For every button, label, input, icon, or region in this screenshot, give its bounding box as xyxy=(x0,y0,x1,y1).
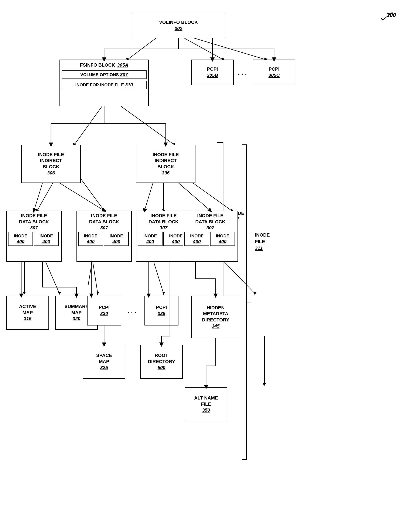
root-directory: ROOT DIRECTORY 500 xyxy=(140,345,183,379)
space-map: SPACE MAP 325 xyxy=(83,345,125,379)
datablock-2: INODE FILE DATA BLOCK 307 INODE 400 INOD… xyxy=(77,211,132,262)
svg-line-25 xyxy=(153,260,164,294)
volinfo-block: VOLINFO BLOCK 302 xyxy=(132,13,225,38)
volume-options-box: VOLUME OPTIONS 307 xyxy=(62,71,147,79)
datablock-1: INODE FILE DATA BLOCK 307 INODE 400 INOD… xyxy=(6,211,62,262)
svg-line-6 xyxy=(74,106,102,145)
svg-line-2 xyxy=(183,37,223,60)
svg-marker-32 xyxy=(381,18,384,21)
svg-marker-19 xyxy=(23,292,26,295)
svg-line-10 xyxy=(37,179,55,211)
svg-marker-21 xyxy=(58,292,61,295)
svg-line-12 xyxy=(81,179,104,211)
hidden-metadata: HIDDEN METADATA DIRECTORY 345 xyxy=(191,296,240,338)
dots-top: . . . xyxy=(238,69,247,76)
svg-line-20 xyxy=(45,260,59,294)
alt-name-file: ALT NAME FILE 350 xyxy=(185,387,227,421)
fsinfo-block: FSINFO BLOCK 305A VOLUME OPTIONS 307 INO… xyxy=(59,60,149,106)
pcpi-305b: PCPI 305B xyxy=(191,60,234,85)
inode-db1-right: INODE 400 xyxy=(34,232,59,246)
indirect-block-1: INODE FILE INDIRECT BLOCK 306 xyxy=(21,145,81,183)
pcpi-335: PCPI 335 xyxy=(145,296,179,325)
indirect-block-2: INODE FILE INDIRECT BLOCK 306 xyxy=(136,145,195,183)
fsinfo-label: FSINFO BLOCK xyxy=(80,62,115,68)
inode-for-inode-box: INODE FOR INODE FILE 310 xyxy=(62,81,147,89)
svg-marker-26 xyxy=(162,292,165,295)
pcpi-330: PCPI 330 xyxy=(87,296,121,325)
svg-line-8 xyxy=(121,106,174,145)
diagram: 300 VOLINFO BLOCK 302 FSINFO BLOCK 305A … xyxy=(0,0,420,528)
datablock-4: INODE FILE DATA BLOCK 307 INODE 400 INOD… xyxy=(183,211,238,262)
inode-db2-right: INODE 400 xyxy=(104,232,129,246)
pcpi-305c: PCPI 305C xyxy=(253,60,295,85)
svg-marker-30 xyxy=(263,383,266,386)
inode-file-label-right: INODE FILE 311 xyxy=(255,232,270,252)
svg-line-23 xyxy=(92,260,98,294)
inode-db2-left: INODE 400 xyxy=(78,232,103,246)
dots-middle: . . . xyxy=(127,307,136,315)
inode-db3-left: INODE 400 xyxy=(138,232,162,246)
svg-line-31 xyxy=(382,12,393,20)
inode-db4-right: INODE 400 xyxy=(210,232,235,246)
svg-line-4 xyxy=(191,37,266,60)
svg-marker-28 xyxy=(254,292,256,295)
svg-line-22 xyxy=(88,260,92,285)
ref-arrow xyxy=(378,10,395,22)
inode-db4-left: INODE 400 xyxy=(184,232,209,246)
svg-marker-24 xyxy=(97,292,99,295)
svg-line-0 xyxy=(127,37,157,60)
active-map: ACTIVE MAP 315 xyxy=(6,296,49,330)
inode-db1-left: INODE 400 xyxy=(8,232,33,246)
fsinfo-ref: 305A xyxy=(117,62,128,68)
